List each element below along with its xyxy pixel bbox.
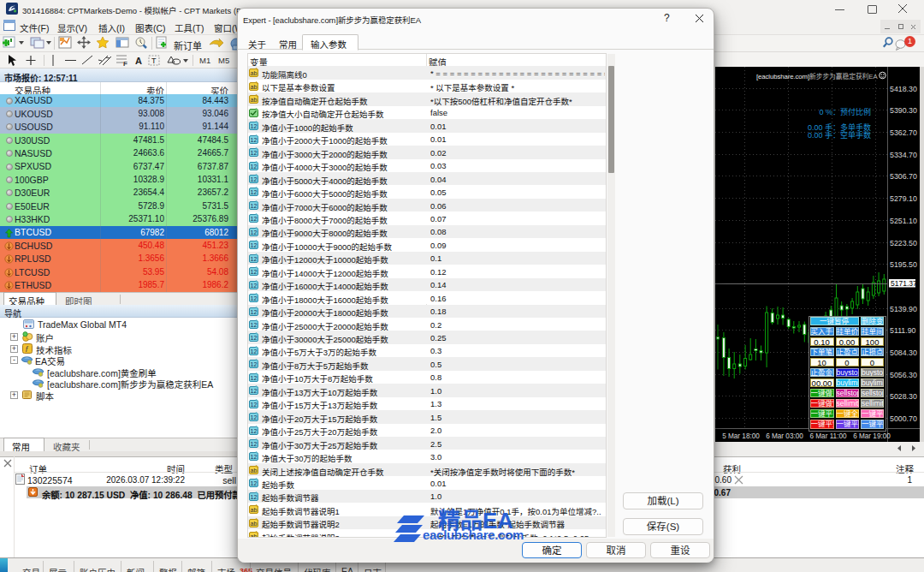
svg-text:M5: M5 [218,56,229,65]
svg-text:5171.37: 5171.37 [891,279,917,288]
svg-text:12: 12 [251,401,258,407]
svg-text:12: 12 [251,163,258,169]
svg-text:12: 12 [251,295,258,301]
svg-text:5306.70: 5306.70 [890,172,917,181]
svg-text:5279.10: 5279.10 [890,194,917,203]
svg-text:5195.50: 5195.50 [890,260,917,269]
svg-text:ab: ab [251,83,258,89]
svg-text:12: 12 [251,427,258,433]
svg-text:ab: ab [251,520,258,526]
svg-text:ab: ab [251,97,258,103]
svg-text:0.00 手：空单手数: 0.00 手：空单手数 [808,130,871,140]
svg-text:12: 12 [251,229,258,235]
svg-text:12: 12 [251,255,258,261]
svg-text:12: 12 [251,388,258,394]
svg-text:5028.30: 5028.30 [890,392,917,401]
svg-text:[eaclubshare.com]新步步为赢稳定获利EA: [eaclubshare.com]新步步为赢稳定获利EA [756,72,878,80]
svg-text:5084.30: 5084.30 [890,349,917,357]
svg-text:12: 12 [251,335,258,341]
svg-text:12: 12 [251,282,258,288]
svg-text:12: 12 [251,374,258,380]
svg-text:ab: ab [251,507,258,513]
svg-text:6 Mar 03:00: 6 Mar 03:00 [766,432,803,440]
svg-text:12: 12 [251,441,258,447]
svg-text:T: T [151,57,157,65]
svg-text:5334.70: 5334.70 [890,151,917,159]
svg-text:12: 12 [251,493,258,499]
svg-text:12: 12 [251,242,258,248]
svg-text:12: 12 [251,321,258,327]
svg-text:ab: ab [251,70,258,76]
svg-text:ab: ab [251,467,258,473]
svg-text:5362.70: 5362.70 [890,128,917,137]
svg-text:0 %：预付比例: 0 %：预付比例 [819,107,871,116]
svg-text:ab: ab [251,533,258,537]
svg-text:12: 12 [251,480,258,486]
svg-text:6 Mar 11:00: 6 Mar 11:00 [809,432,847,440]
svg-text:12: 12 [251,150,258,156]
svg-text:5223.50: 5223.50 [890,239,917,247]
svg-text:A: A [135,56,142,66]
svg-text:5418.30: 5418.30 [890,85,917,93]
svg-text:5251.10: 5251.10 [890,217,917,225]
svg-text:12: 12 [251,202,258,208]
svg-text:5111.90: 5111.90 [890,326,916,335]
svg-text:M1: M1 [199,56,210,65]
svg-text:12: 12 [251,454,258,460]
svg-text:12: 12 [251,216,258,222]
svg-text:12: 12 [251,123,258,129]
svg-text:12: 12 [251,414,258,420]
svg-text:5390.30: 5390.30 [890,106,917,115]
svg-text:5139.90: 5139.90 [890,305,917,313]
svg-text:F: F [123,60,127,68]
svg-text:5056.30: 5056.30 [890,371,917,379]
svg-text:5 Mar 18:00: 5 Mar 18:00 [722,432,760,440]
svg-text:12: 12 [251,269,258,275]
svg-text:12: 12 [251,189,258,195]
svg-text:12: 12 [251,361,258,367]
svg-text:12: 12 [251,348,258,354]
svg-text:12: 12 [251,176,258,182]
svg-text:12: 12 [251,136,258,142]
svg-text:5000.70: 5000.70 [890,414,917,423]
svg-text:12: 12 [251,308,258,314]
svg-text:6 Mar 19:00: 6 Mar 19:00 [853,432,891,440]
